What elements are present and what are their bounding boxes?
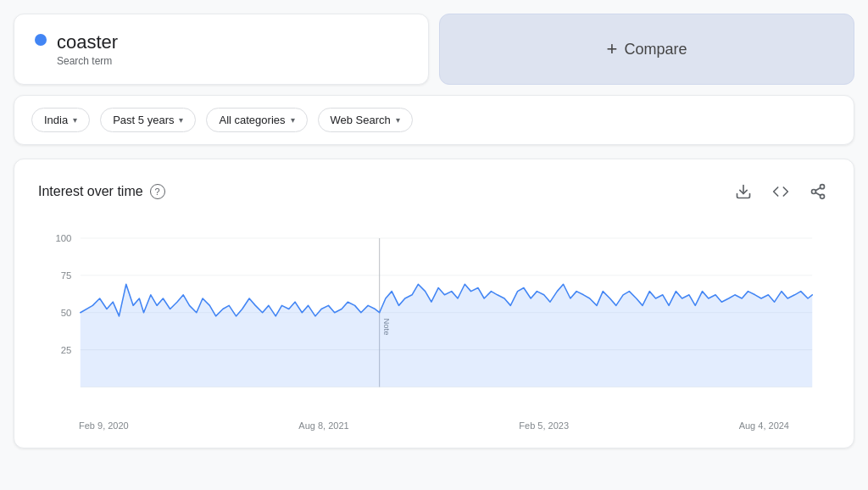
top-section: coaster Search term + Compare <box>14 14 854 85</box>
x-label-2: Aug 8, 2021 <box>298 420 348 431</box>
search-term-dot <box>35 34 47 46</box>
category-filter-label: All categories <box>219 114 285 126</box>
filter-bar: India ▾ Past 5 years ▾ All categories ▾ … <box>14 95 854 145</box>
svg-text:75: 75 <box>61 270 72 281</box>
chart-header: Interest over time ? <box>38 180 830 203</box>
x-label-4: Aug 4, 2024 <box>739 420 789 431</box>
region-filter[interactable]: India ▾ <box>31 108 90 132</box>
embed-button[interactable] <box>769 180 793 203</box>
compare-plus-icon: + <box>607 40 618 58</box>
time-filter[interactable]: Past 5 years ▾ <box>100 108 196 132</box>
main-container: coaster Search term + Compare India ▾ Pa… <box>14 14 854 448</box>
x-label-1: Feb 9, 2020 <box>79 420 129 431</box>
svg-text:50: 50 <box>61 308 72 318</box>
help-icon[interactable]: ? <box>150 184 165 199</box>
trend-chart: 100 75 50 25 Note <box>38 220 830 415</box>
region-filter-label: India <box>44 114 68 126</box>
search-term-label: Search term <box>57 55 118 67</box>
svg-text:25: 25 <box>61 345 72 355</box>
time-chevron-icon: ▾ <box>179 115 183 125</box>
time-filter-label: Past 5 years <box>113 114 174 126</box>
svg-line-4 <box>815 193 821 196</box>
compare-card[interactable]: + Compare <box>439 14 854 85</box>
search-term-text-group: coaster Search term <box>57 31 118 67</box>
svg-text:100: 100 <box>55 233 71 243</box>
search-type-filter-label: Web Search <box>331 114 391 126</box>
compare-label: Compare <box>624 41 687 58</box>
region-chevron-icon: ▾ <box>73 115 77 125</box>
search-term-name: coaster <box>57 31 118 53</box>
chart-title: Interest over time <box>38 184 143 199</box>
svg-line-5 <box>815 188 821 191</box>
chart-actions <box>732 180 830 203</box>
chart-x-labels: Feb 9, 2020 Aug 8, 2021 Feb 5, 2023 Aug … <box>38 420 830 431</box>
search-term-card: coaster Search term <box>14 14 429 85</box>
chart-area: 100 75 50 25 Note <box>38 220 830 431</box>
share-button[interactable] <box>806 180 830 203</box>
x-label-3: Feb 5, 2023 <box>519 420 569 431</box>
category-filter[interactable]: All categories ▾ <box>206 108 307 132</box>
chart-title-group: Interest over time ? <box>38 184 165 199</box>
search-type-chevron-icon: ▾ <box>396 115 400 125</box>
chart-card: Interest over time ? <box>14 159 854 448</box>
category-chevron-icon: ▾ <box>291 115 295 125</box>
search-type-filter[interactable]: Web Search ▾ <box>318 108 413 132</box>
download-button[interactable] <box>732 180 755 203</box>
